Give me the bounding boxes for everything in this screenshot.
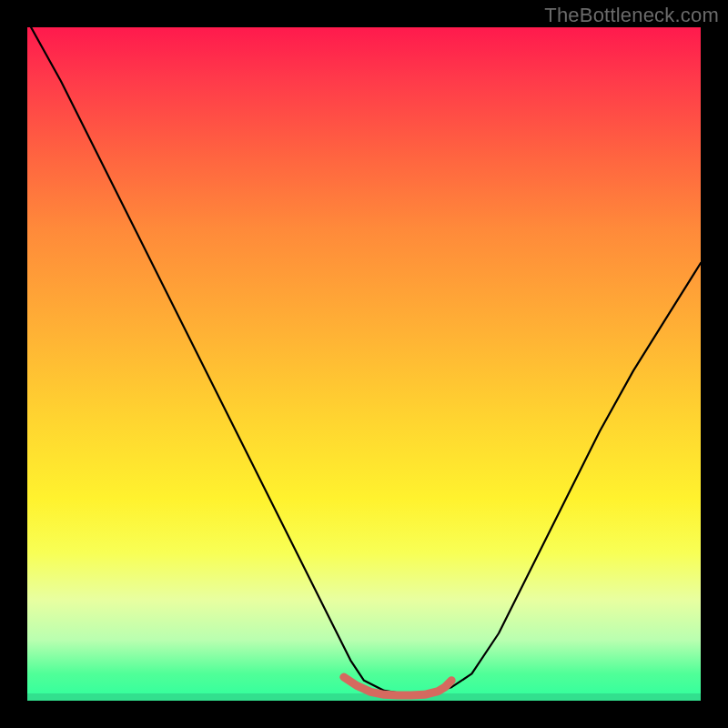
watermark-text: TheBottleneck.com — [544, 4, 719, 27]
bottleneck-curve-line — [27, 27, 701, 694]
valley-marker-line — [344, 677, 451, 695]
plot-svg — [27, 27, 701, 701]
chart-frame: TheBottleneck.com — [0, 0, 728, 728]
